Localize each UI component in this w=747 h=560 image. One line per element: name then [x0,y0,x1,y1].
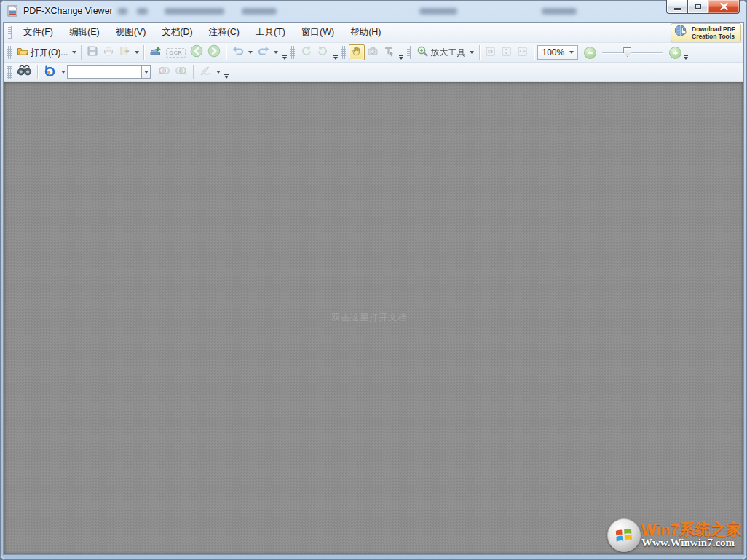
printer-icon [103,45,114,60]
zoom-level-value: 100% [542,47,565,58]
go-back-button[interactable] [188,44,205,60]
fit-width-icon [517,46,528,60]
document-area[interactable]: 双击这里打开文档... Win7系统之家 Www.Winwin7.com [4,82,743,554]
camera-icon [367,45,379,60]
toolbar-overflow-icon[interactable] [399,55,403,60]
window-title: PDF-XChange Viewer [23,6,113,16]
menu-edit[interactable]: 编辑(E) [61,23,108,42]
toolbar-overflow-icon[interactable] [224,74,229,79]
toolbar-grip[interactable] [290,46,295,59]
markup-pen-button[interactable] [197,64,214,80]
save-button[interactable] [84,44,100,60]
undo-dropdown[interactable] [247,44,255,60]
menu-tools[interactable]: 工具(T) [248,23,293,42]
search-input[interactable] [67,65,141,79]
download-pdf-tools-button[interactable]: Download PDF Creation Tools [671,23,741,42]
windows-logo-icon [607,518,641,552]
print-button[interactable] [100,44,116,60]
watermark-url: Www.Winwin7.com [641,537,742,549]
export-button[interactable] [116,44,133,60]
menubar-grip[interactable] [8,26,12,39]
open-button[interactable]: 打开(O)... [15,44,70,60]
hand-tool-button[interactable] [349,44,365,60]
zoom-slider-track [602,52,663,53]
text-select-icon [383,45,395,60]
toolbar-overflow-icon[interactable] [282,55,287,60]
redo-icon [257,45,270,60]
menu-file[interactable]: 文件(F) [15,23,61,42]
maximize-button[interactable] [687,0,708,14]
find-next-button[interactable] [173,64,190,80]
menu-window[interactable]: 窗口(W) [293,23,342,42]
separator [193,65,194,79]
toolbar-grip[interactable] [7,46,12,59]
go-forward-button[interactable] [205,44,223,60]
open-folder-icon [17,45,28,60]
toolbar-overflow-icon[interactable] [684,55,688,60]
export-icon [119,45,130,60]
fit-width-button[interactable] [515,44,531,60]
watermark-title: Win7系统之家 [641,521,742,537]
zoom-slider-thumb[interactable] [623,47,631,57]
markup-pen-dropdown[interactable] [214,64,222,80]
find-button[interactable] [15,64,34,80]
search-provider-dropdown[interactable] [59,64,67,80]
zoom-out-button[interactable] [584,47,596,59]
menu-bar: 文件(F) 编辑(E) 视图(V) 文档(D) 注释(C) 工具(T) 窗口(W… [4,23,743,43]
zoom-tool-button[interactable]: 放大工具 [414,44,468,60]
find-next-icon [175,65,188,79]
winwin7-watermark: Win7系统之家 Www.Winwin7.com [607,518,742,552]
redo-dropdown[interactable] [272,44,280,60]
binoculars-icon [17,64,32,79]
toolbar-grip[interactable] [407,46,411,59]
ocr-button[interactable]: OCR [164,44,187,60]
forward-arrow-icon [208,44,221,60]
toolbar-grip[interactable] [7,66,12,79]
menu-comments[interactable]: 注释(C) [201,23,248,42]
fit-page-button[interactable] [499,44,515,60]
find-previous-button[interactable] [155,64,173,80]
minimize-button[interactable] [666,0,687,14]
close-button[interactable] [708,0,740,14]
find-toolbar [4,63,743,82]
zoom-tool-label: 放大工具 [431,47,466,59]
search-provider-button[interactable] [41,64,59,80]
snapshot-tool-button[interactable] [365,44,381,60]
back-arrow-icon [190,44,203,60]
menu-document[interactable]: 文档(D) [154,23,200,42]
fit-page-icon [501,46,512,60]
blurred-watermark [242,8,277,15]
actual-size-button[interactable] [483,44,499,60]
quill-pen-icon [199,65,212,79]
menu-help[interactable]: 帮助(H) [342,23,389,42]
zoom-tool-dropdown[interactable] [468,44,476,60]
toolbar-overflow-icon[interactable] [333,55,338,60]
window-controls [666,0,740,14]
blurred-watermark [165,8,224,15]
blurred-watermark [137,8,148,15]
select-text-tool-button[interactable] [381,44,397,60]
zoom-slider[interactable] [601,45,665,60]
menu-view[interactable]: 视图(V) [108,23,154,42]
separator [81,45,82,60]
toolbar-grip[interactable] [341,46,346,59]
rotate-cw-button[interactable] [315,44,331,60]
titlebar[interactable]: PDF-XChange Viewer [0,0,747,22]
redo-button[interactable] [255,44,272,60]
rotate-right-icon [317,45,329,60]
scan-button[interactable] [147,44,164,60]
magnifier-plus-icon [416,45,429,60]
separator [534,45,534,60]
export-dropdown[interactable] [133,44,141,60]
find-previous-icon [157,65,170,79]
zoom-level-combo[interactable]: 100% [537,45,578,60]
open-dropdown[interactable] [70,44,78,60]
zoom-in-button[interactable] [669,47,681,59]
undo-button[interactable] [229,44,247,60]
client-area: 文件(F) 编辑(E) 视图(V) 文档(D) 注释(C) 工具(T) 窗口(W… [3,22,744,555]
undo-icon [232,45,245,60]
search-history-dropdown[interactable] [141,65,151,79]
separator [226,45,226,60]
rotate-ccw-button[interactable] [298,44,315,60]
open-document-hint: 双击这里打开文档... [331,312,416,324]
